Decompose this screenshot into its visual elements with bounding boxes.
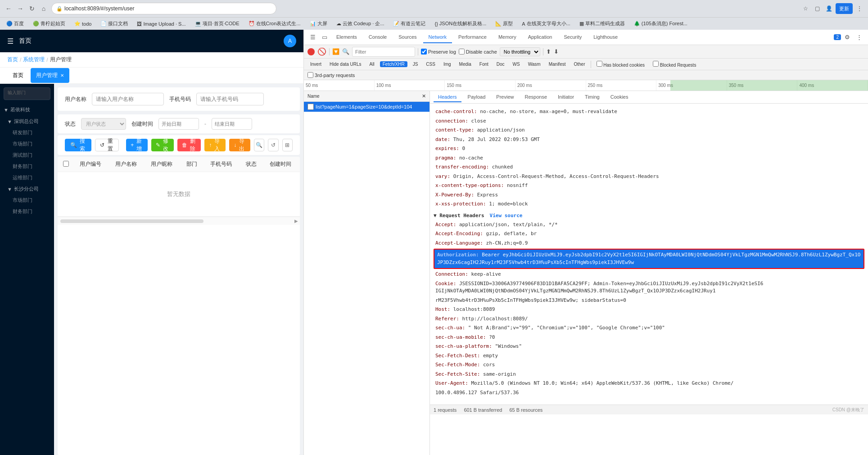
bookmark-english[interactable]: A 在线英文字母大小... — [519, 19, 573, 28]
dept-search-input[interactable]: 输入部门 — [4, 87, 50, 100]
bookmark-image[interactable]: 🖼 Image Upload · S... — [134, 20, 188, 27]
detail-tab-cookies[interactable]: Cookies — [606, 92, 633, 102]
scroll-thumb[interactable] — [60, 219, 203, 223]
new-button[interactable]: + 新增 — [126, 139, 148, 151]
select-all-checkbox[interactable] — [63, 161, 69, 167]
detail-tab-payload[interactable]: Payload — [463, 92, 490, 102]
filter-ws[interactable]: WS — [510, 61, 523, 67]
bookmark-json[interactable]: {} JSON在线解析及格... — [432, 19, 489, 28]
filter-img[interactable]: Img — [441, 61, 454, 67]
sidebar-item-market[interactable]: 市场部门 — [0, 138, 54, 150]
filter-hide-data-urls[interactable]: Hide data URLs — [327, 61, 364, 67]
tab-performance[interactable]: Performance — [453, 32, 492, 43]
sidebar-item-ops[interactable]: 运维部门 — [0, 172, 54, 183]
devtools-undock-btn[interactable]: ▭ — [319, 32, 330, 43]
checkbox-col-header[interactable] — [58, 157, 74, 172]
request-item-list[interactable]: list?pageNum=1&pageSize=10&deptId=104 — [304, 102, 429, 112]
table-scrollbar[interactable]: ▶ — [58, 217, 300, 225]
third-party-checkbox[interactable] — [307, 72, 313, 78]
date-start-input[interactable] — [158, 118, 199, 130]
filter-js[interactable]: JS — [410, 61, 421, 67]
import-button[interactable]: ↑ 导入 — [204, 139, 226, 151]
blocked-cookies-check[interactable] — [597, 61, 602, 67]
filter-blocked-requests[interactable]: Blocked Requests — [650, 60, 699, 68]
disable-cache-checkbox[interactable] — [459, 49, 465, 55]
settings-gear-icon[interactable]: ⚙ — [842, 32, 853, 43]
sidebar-item-shenzhen[interactable]: ▼ 深圳总公司 — [0, 116, 54, 127]
date-end-input[interactable] — [212, 118, 252, 130]
filter-css[interactable]: CSS — [423, 61, 438, 67]
menu-button[interactable]: ⋮ — [854, 4, 864, 14]
request-checkbox[interactable] — [307, 104, 314, 110]
back-button[interactable]: ← — [4, 4, 14, 14]
filter-font[interactable]: Font — [477, 61, 491, 67]
filter-invert[interactable]: Invert — [307, 61, 324, 67]
clear-button[interactable]: 🚫 — [317, 47, 326, 56]
reset-button[interactable]: ↺ 重置 — [95, 139, 119, 151]
bookmark-star[interactable]: ☆ — [800, 4, 810, 14]
filter-icon-btn[interactable]: 🔽 — [332, 48, 339, 55]
detail-tab-preview[interactable]: Preview — [492, 92, 518, 102]
disable-cache-label[interactable]: Disable cache — [459, 49, 497, 55]
bookmark-api[interactable]: 📄 接口文档 — [98, 19, 131, 28]
bookmark-qrcode[interactable]: ▦ 草料二维码生成器 — [577, 19, 628, 28]
detail-tab-timing[interactable]: Timing — [580, 92, 604, 102]
bookmark-baidu[interactable]: 🔵 百度 — [4, 19, 27, 28]
delete-button[interactable]: 🗑 删除 — [177, 139, 201, 151]
preserve-log-checkbox[interactable] — [421, 49, 427, 55]
filter-blocked-cookies[interactable]: Has blocked cookies — [594, 60, 648, 68]
sidebar-item-changsha[interactable]: ▼ 长沙分公司 — [0, 183, 54, 195]
layout-btn[interactable]: ⊞ — [282, 139, 293, 151]
close-tab-icon[interactable]: ✕ — [60, 73, 64, 78]
breadcrumb-admin[interactable]: 系统管理 — [23, 56, 45, 64]
view-source-link[interactable]: View source — [490, 213, 523, 218]
tab-elements[interactable]: Elements — [331, 32, 362, 43]
address-bar[interactable]: 🔒 localhost:8089/#/system/user — [51, 3, 276, 14]
bookmark-forest[interactable]: 🌲 (105条消息) Forest... — [631, 19, 690, 28]
update-button[interactable]: 更新 — [836, 3, 853, 14]
import-har-icon[interactable]: ⬆ — [546, 48, 551, 55]
devtools-badge[interactable]: 2 — [834, 34, 841, 40]
forward-button[interactable]: → — [15, 4, 25, 14]
sidebar-item-company[interactable]: ▼ 若依科技 — [0, 104, 54, 116]
blocked-requests-check[interactable] — [653, 61, 659, 67]
profile-button[interactable]: 👤 — [824, 4, 834, 14]
bookmark-codeup[interactable]: ☁ 云效 Codeup · 企... — [334, 19, 387, 28]
tab-network[interactable]: Network — [423, 32, 452, 43]
tab-console[interactable]: Console — [363, 32, 392, 43]
export-har-icon[interactable]: ⬇ — [554, 48, 559, 55]
filter-doc[interactable]: Doc — [494, 61, 507, 67]
sidebar-item-market2[interactable]: 市场部门 — [0, 195, 54, 206]
filter-other[interactable]: Other — [571, 61, 588, 67]
tab-memory[interactable]: Memory — [493, 32, 522, 43]
record-button[interactable] — [307, 48, 315, 55]
sidebar-item-test[interactable]: 测试部门 — [0, 150, 54, 161]
sidebar-item-finance2[interactable]: 财务部门 — [0, 206, 54, 217]
filter-manifest[interactable]: Manifest — [546, 61, 569, 67]
column-settings-btn[interactable]: 🔍 — [254, 139, 264, 151]
detail-tab-response[interactable]: Response — [520, 92, 552, 102]
detail-tab-headers[interactable]: Headers — [434, 92, 461, 102]
tab-security[interactable]: Security — [558, 32, 587, 43]
search-icon-btn[interactable]: 🔍 — [342, 48, 349, 55]
tab-sources[interactable]: Sources — [393, 32, 422, 43]
breadcrumb-home[interactable]: 首页 — [7, 56, 18, 64]
bookmark-qingning[interactable]: 🟢 青柠起始页 — [30, 19, 68, 28]
bookmark-screen[interactable]: 📊 大屏 — [307, 19, 330, 28]
export-button[interactable]: ↓ 导出 — [229, 139, 250, 151]
sidebar-item-finance[interactable]: 财务部门 — [0, 161, 54, 172]
network-filter-input[interactable] — [352, 47, 415, 57]
tab-usermanage[interactable]: 用户管理 ✕ — [31, 68, 69, 83]
more-options-icon[interactable]: ⋮ — [854, 32, 864, 43]
bookmark-cron[interactable]: ⏰ 在线Cron表达式生... — [246, 19, 303, 28]
bookmark-project[interactable]: 💻 项目·首页·CODE — [192, 19, 242, 28]
sidebar-item-rd[interactable]: 研发部门 — [0, 127, 54, 138]
bookmark-todo[interactable]: ⭐ todo — [72, 20, 94, 27]
filter-wasm[interactable]: Wasm — [525, 61, 543, 67]
home-button[interactable]: ⌂ — [39, 4, 49, 14]
phone-input[interactable] — [196, 93, 264, 105]
bookmark-youdao[interactable]: 📝 有道云笔记 — [390, 19, 428, 28]
devtools-toggle-btn[interactable]: ☰ — [307, 32, 318, 43]
tab-application[interactable]: Application — [523, 32, 558, 43]
tab-lighthouse[interactable]: Lighthouse — [588, 32, 623, 43]
